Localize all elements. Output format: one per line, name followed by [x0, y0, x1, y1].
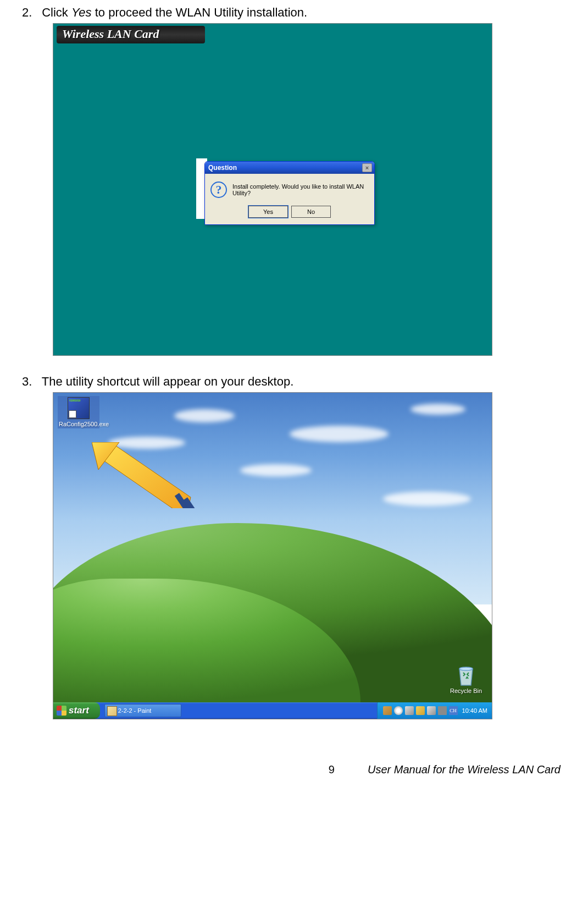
question-icon [210, 182, 227, 198]
close-icon[interactable]: × [362, 163, 372, 172]
step-2-prefix: Click [42, 6, 71, 19]
clock[interactable]: 10:40 AM [462, 707, 487, 714]
dialog-title-text: Question [208, 164, 237, 172]
start-button[interactable]: start [53, 702, 100, 719]
dialog-message: Install completely. Would you like to in… [232, 183, 369, 196]
no-button[interactable]: No [291, 206, 331, 218]
svg-point-4 [459, 667, 473, 670]
step-3-instruction: 3. The utility shortcut will appear on y… [22, 375, 566, 389]
system-tray: CH 10:40 AM [377, 702, 492, 719]
raconfig-icon [68, 397, 90, 419]
installer-screenshot: Wireless LAN Card Question × Install com… [53, 23, 492, 356]
tray-icon-3[interactable] [416, 706, 425, 715]
tray-icon-1[interactable] [394, 706, 403, 715]
recycle-bin-icon [456, 664, 476, 686]
language-icon[interactable]: CH [449, 706, 458, 715]
step-2-instruction: 2. Click Yes to proceed the WLAN Utility… [22, 6, 566, 20]
tray-icon-2[interactable] [405, 706, 414, 715]
footer-title: User Manual for the Wireless LAN Card [368, 763, 561, 776]
yes-button[interactable]: Yes [248, 206, 288, 218]
show-desktop-icon[interactable] [383, 706, 392, 715]
raconfig-label: RaConfig2500.exe [59, 421, 98, 427]
step-2-number: 2. [22, 6, 38, 20]
step-2-suffix: to proceed the WLAN Utility installation… [92, 6, 308, 19]
step-3-number: 3. [22, 375, 38, 389]
volume-icon[interactable] [438, 706, 447, 715]
question-dialog: Question × Install completely. Would you… [204, 161, 375, 225]
step-2-yes-word: Yes [71, 6, 92, 19]
taskbar-item-paint[interactable]: 2-2-2 - Paint [104, 704, 181, 717]
tray-icon-4[interactable] [427, 706, 436, 715]
page-footer: 9 User Manual for the Wireless LAN Card [22, 763, 566, 776]
page-number: 9 [329, 763, 335, 776]
recycle-bin[interactable]: Recycle Bin [447, 664, 485, 694]
taskbar: start 2-2-2 - Paint CH 10:40 AM [53, 702, 492, 719]
raconfig-shortcut[interactable]: RaConfig2500.exe [58, 396, 99, 428]
dialog-titlebar: Question × [205, 162, 374, 174]
taskbar-item-label: 2-2-2 - Paint [118, 707, 152, 714]
installer-banner: Wireless LAN Card [57, 26, 205, 43]
dialog-body: Install completely. Would you like to in… [205, 174, 374, 224]
recycle-bin-label: Recycle Bin [447, 688, 485, 694]
step-3-text: The utility shortcut will appear on your… [42, 375, 294, 388]
desktop-screenshot: RaConfig2500.exe [53, 392, 492, 719]
start-label: start [69, 705, 89, 716]
